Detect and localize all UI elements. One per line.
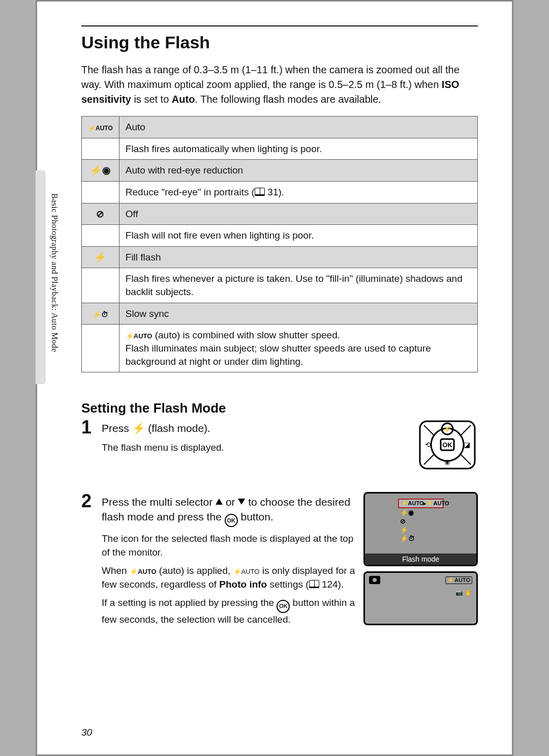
mode-name: Off [119,203,477,225]
mode-desc: Flash will not fire even when lighting i… [119,225,477,247]
manual-page: Basic Photography and Playback: Auto Mod… [36,0,513,756]
flash-icon: ⚡ [132,422,145,434]
svg-text:⟲: ⟲ [425,441,431,449]
svg-text:◪: ◪ [464,441,470,449]
intro-paragraph: The flash has a range of 0.3–3.5 m (1–11… [81,63,478,107]
rule [81,25,478,26]
step-number: 1 [81,418,102,472]
ok-button-icon: OK [277,600,290,613]
mode-desc: Reduce "red-eye" in portraits ( 31). [119,181,477,203]
mode-name: Slow sync [119,303,477,325]
svg-line-10 [461,425,471,435]
mode-name: Auto with red-eye reduction [119,160,477,182]
menu-item: ⚡ [398,526,444,534]
intro-text: is set to [131,94,172,105]
svg-text:OK: OK [442,441,452,449]
mode-name: Fill flash [119,246,477,268]
flash-auto-badge: ⚡AUTO [445,576,472,584]
lcd-illustrations: ⚡AUTO ▸ ⚡AUTO ⚡◉ ⊘ ⚡ ⚡⏱ Flash mode [363,492,478,631]
book-ref-icon [255,188,265,196]
intro-text: The flash has a range of 0.3–3.5 m (1–11… [81,64,460,90]
mode-desc: ⚡AUTO (auto) is combined with slow shutt… [119,325,477,372]
mode-desc: Flash fires automatically when lighting … [119,138,477,160]
step-2: 2 Press the multi selector or to choose … [81,492,478,631]
subheading: Setting the Flash Mode [81,400,478,416]
flash-modes-table: ⚡AUTOAuto Flash fires automatically when… [81,116,478,372]
side-tab [36,170,46,384]
lcd-preview-screen: ⚡AUTO 📷 ✋ [363,571,478,625]
menu-item: ⚡⏱ [398,534,444,543]
mode-icon: ⊘ [82,203,119,225]
svg-line-12 [461,454,471,464]
mode-icon: ⚡⏱ [82,303,119,325]
page-number: 30 [81,727,92,738]
intro-text: . The following flash modes are availabl… [195,94,381,105]
menu-item: ⚡◉ [398,508,444,517]
intro-auto: Auto [172,94,195,105]
mode-desc: Flash fires whenever a picture is taken.… [119,268,477,303]
mode-icon: ⚡◉ [82,160,119,182]
lcd-caption: Flash mode [365,554,476,565]
book-ref-icon [309,580,319,588]
flash-auto-icon: ⚡AUTO [233,568,260,575]
down-arrow-icon [238,499,245,505]
svg-line-11 [424,454,434,464]
mode-icon: ⚡AUTO [82,117,119,138]
step-text: If a setting is not applied by pressing … [102,596,357,626]
multi-selector-illustration: OK ⚡ ⟲ ◪ ❀ [417,418,478,472]
menu-item-selected: ⚡AUTO ▸ ⚡AUTO [398,499,444,508]
step-number: 2 [81,492,102,631]
step-1: 1 Press ⚡ (flash mode). The flash menu i… [81,418,478,472]
flash-auto-icon: ⚡AUTO [130,568,157,575]
lcd-menu-screen: ⚡AUTO ▸ ⚡AUTO ⚡◉ ⊘ ⚡ ⚡⏱ Flash mode [363,492,478,566]
mode-icon: ⚡ [82,246,119,268]
mode-name: Auto [119,117,477,138]
menu-item: ⊘ [398,517,444,526]
camera-icon [369,576,380,584]
step-title: Press the multi selector or to choose th… [102,495,357,527]
page-title: Using the Flash [81,33,478,52]
motion-icons: 📷 ✋ [455,589,472,596]
svg-text:❀: ❀ [444,458,450,467]
section-label: Basic Photography and Playback: Auto Mod… [50,193,59,352]
up-arrow-icon [216,499,223,505]
ok-button-icon: OK [225,514,238,527]
step-text: The flash menu is displayed. [102,441,411,455]
step-text: When ⚡AUTO (auto) is applied, ⚡AUTO is o… [102,564,357,591]
step-text: The icon for the selected flash mode is … [102,532,357,559]
svg-text:⚡: ⚡ [443,425,452,433]
svg-line-9 [424,425,434,435]
step-title: Press ⚡ (flash mode). [102,421,411,435]
